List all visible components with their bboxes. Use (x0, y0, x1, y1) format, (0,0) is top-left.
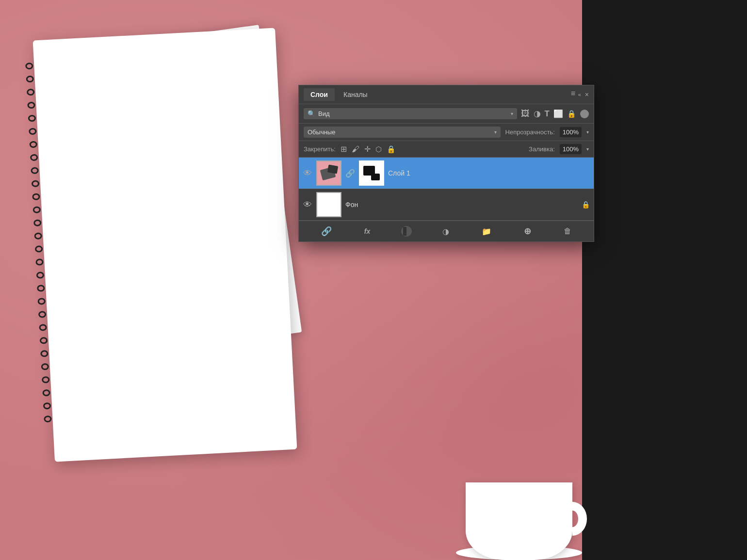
opacity-dropdown-arrow[interactable]: ▾ (586, 129, 589, 135)
panel-close-button[interactable]: × (585, 91, 589, 98)
panel-collapse-button[interactable]: « (578, 92, 581, 97)
layer1-thumb-content (317, 161, 341, 185)
blend-mode-text: Обычные (308, 128, 491, 136)
toolbar-link-button[interactable]: 🔗 (319, 225, 334, 238)
lock-icons-group: ⊞ 🖌 ✛ ⬡ 🔒 (341, 144, 396, 154)
filter-icons: 🖼 ◑ T ⬜ 🔒 (521, 109, 589, 119)
opacity-value[interactable]: 100% (560, 127, 582, 137)
fill-dropdown-arrow[interactable]: ▾ (586, 146, 589, 152)
layers-panel: Слои Каналы « × ≡ 🔍 Вид ▾ 🖼 ◑ T ⬜ 🔒 (298, 85, 594, 242)
coffee-cup (456, 453, 592, 560)
filter-dropdown-arrow[interactable]: ▾ (511, 111, 513, 116)
spiral-loop (25, 63, 33, 70)
filter-adjustment-icon[interactable]: ◑ (534, 109, 541, 119)
spiral-loop (40, 337, 48, 344)
spiral-loop (34, 232, 42, 240)
spiral-loop (44, 416, 52, 423)
toolbar-fx-button[interactable]: fx (362, 226, 372, 236)
toolbar-add-layer-button[interactable]: ⊕ (522, 225, 533, 238)
layer1-visibility-icon[interactable]: 👁 (303, 168, 312, 178)
toolbar-group-button[interactable]: 📁 (480, 226, 493, 237)
tab-layers[interactable]: Слои (304, 88, 335, 101)
lock-row: Закрепить: ⊞ 🖌 ✛ ⬡ 🔒 Заливка: 100% ▾ (299, 141, 594, 158)
spiral-loop (39, 324, 47, 331)
layer1-link-icon[interactable]: 🔗 (345, 169, 355, 178)
layers-list: 👁 🔗 Слой 1 👁 Фон 🔒 (299, 158, 594, 221)
paper-main (33, 28, 297, 462)
background-lock-icon: 🔒 (582, 201, 590, 208)
filter-search-bar[interactable]: 🔍 Вид ▾ (304, 108, 517, 119)
tab-channels[interactable]: Каналы (337, 88, 374, 101)
layer1-name: Слой 1 (388, 169, 590, 177)
fill-value[interactable]: 100% (560, 144, 582, 154)
lock-label: Закрепить: (304, 145, 336, 153)
lock-paint-icon[interactable]: 🖌 (352, 145, 359, 154)
spiral-loop (38, 311, 47, 318)
spiral-loop (36, 272, 45, 279)
spiral-loop (35, 258, 44, 266)
toolbar-adjustment-button[interactable]: ◑ (440, 226, 451, 237)
filter-row: 🔍 Вид ▾ 🖼 ◑ T ⬜ 🔒 (299, 104, 594, 124)
spiral-loop (28, 115, 36, 122)
panel-toolbar: 🔗 fx ◑ 📁 ⊕ 🗑 (299, 221, 594, 241)
spiral-loop (27, 102, 35, 109)
panel-tabs: Слои Каналы (304, 88, 374, 101)
layer1-mask-thumbnail (359, 160, 384, 186)
paper-stack (44, 29, 325, 398)
spiral-loop (35, 245, 43, 253)
spiral-loop (37, 298, 46, 305)
spiral-loop (37, 285, 45, 292)
filter-text: Вид (318, 110, 330, 117)
blend-mode-row: Обычные ▾ Непрозрачность: 100% ▾ (299, 124, 594, 141)
fill-label: Заливка: (529, 145, 555, 153)
layer1-thumbnail (316, 160, 341, 186)
spiral-loop (33, 219, 42, 226)
cup-body (466, 482, 572, 560)
blend-mode-dropdown[interactable]: Обычные ▾ (304, 127, 501, 138)
spiral-loop (31, 167, 39, 174)
search-icon: 🔍 (308, 110, 315, 117)
dark-panel-background (582, 0, 747, 560)
spiral-loop (27, 89, 35, 96)
blend-mode-arrow: ▾ (494, 129, 497, 135)
opacity-label: Непрозрачность: (505, 128, 555, 136)
toolbar-delete-button[interactable]: 🗑 (562, 226, 573, 237)
spiral-loop (33, 206, 41, 213)
filter-lock-icon[interactable]: 🔒 (567, 110, 576, 118)
spiral-loop (42, 389, 50, 397)
lock-pixels-icon[interactable]: ⊞ (341, 144, 347, 154)
spiral-loop (41, 363, 49, 370)
panel-menu-icon[interactable]: ≡ (571, 89, 575, 98)
layer-row-layer1[interactable]: 👁 🔗 Слой 1 (299, 158, 594, 189)
spiral-loop (32, 180, 40, 187)
spiral-loop (26, 76, 34, 83)
layer1-mask-content (360, 162, 383, 184)
panel-controls: « × (578, 91, 589, 98)
layer-row-background[interactable]: 👁 Фон 🔒 (299, 189, 594, 221)
spiral-loop (40, 350, 49, 357)
lock-move-icon[interactable]: ✛ (364, 144, 371, 154)
spiral-loop (43, 402, 51, 410)
spiral-loop (30, 154, 38, 161)
background-layer-name: Фон (345, 201, 578, 208)
background-thumb-content (317, 193, 341, 216)
background-thumbnail (316, 192, 341, 217)
lock-all-icon[interactable]: 🔒 (387, 145, 396, 154)
spiral-loop (42, 376, 50, 384)
background-visibility-icon[interactable]: 👁 (303, 200, 312, 210)
spiral-loop (32, 193, 40, 200)
spiral-loop (29, 141, 37, 148)
lock-transform-icon[interactable]: ⬡ (375, 145, 382, 154)
filter-shape-icon[interactable]: ⬜ (553, 109, 563, 118)
spiral-loop (29, 128, 37, 135)
toolbar-mask-button[interactable] (401, 226, 412, 237)
panel-titlebar: Слои Каналы « × ≡ (299, 85, 594, 104)
filter-text-icon[interactable]: T (545, 109, 550, 119)
filter-image-icon[interactable]: 🖼 (521, 109, 530, 119)
filter-dot-button[interactable] (580, 110, 589, 118)
